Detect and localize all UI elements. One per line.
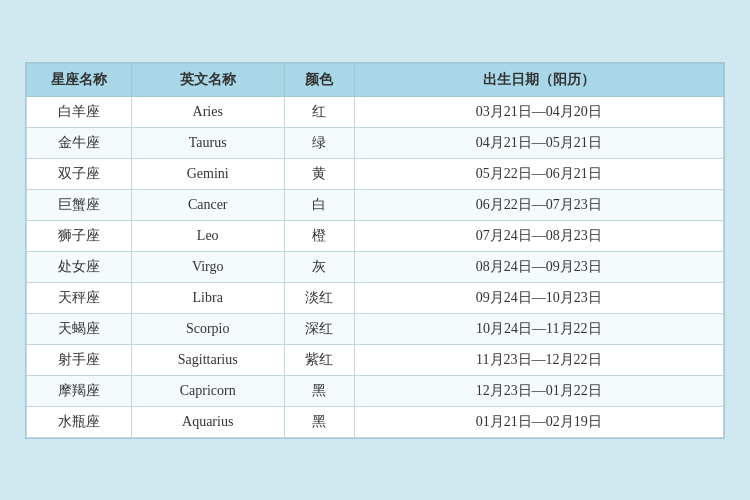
cell-color: 黄: [284, 158, 354, 189]
table-row: 白羊座Aries红03月21日—04月20日: [27, 96, 724, 127]
cell-chinese: 双子座: [27, 158, 132, 189]
header-date: 出生日期（阳历）: [354, 63, 723, 96]
cell-color: 紫红: [284, 344, 354, 375]
cell-english: Libra: [131, 282, 284, 313]
cell-date: 06月22日—07月23日: [354, 189, 723, 220]
table-row: 水瓶座Aquarius黑01月21日—02月19日: [27, 406, 724, 437]
cell-color: 黑: [284, 375, 354, 406]
cell-color: 橙: [284, 220, 354, 251]
cell-chinese: 射手座: [27, 344, 132, 375]
cell-english: Leo: [131, 220, 284, 251]
table-row: 双子座Gemini黄05月22日—06月21日: [27, 158, 724, 189]
cell-date: 07月24日—08月23日: [354, 220, 723, 251]
table-row: 处女座Virgo灰08月24日—09月23日: [27, 251, 724, 282]
zodiac-table-container: 星座名称 英文名称 颜色 出生日期（阳历） 白羊座Aries红03月21日—04…: [25, 62, 725, 439]
cell-english: Gemini: [131, 158, 284, 189]
cell-chinese: 摩羯座: [27, 375, 132, 406]
cell-date: 10月24日—11月22日: [354, 313, 723, 344]
cell-english: Aries: [131, 96, 284, 127]
cell-english: Sagittarius: [131, 344, 284, 375]
header-english: 英文名称: [131, 63, 284, 96]
cell-date: 08月24日—09月23日: [354, 251, 723, 282]
cell-date: 01月21日—02月19日: [354, 406, 723, 437]
table-body: 白羊座Aries红03月21日—04月20日金牛座Taurus绿04月21日—0…: [27, 96, 724, 437]
table-row: 天秤座Libra淡红09月24日—10月23日: [27, 282, 724, 313]
cell-chinese: 金牛座: [27, 127, 132, 158]
table-row: 巨蟹座Cancer白06月22日—07月23日: [27, 189, 724, 220]
table-row: 狮子座Leo橙07月24日—08月23日: [27, 220, 724, 251]
header-chinese: 星座名称: [27, 63, 132, 96]
zodiac-table: 星座名称 英文名称 颜色 出生日期（阳历） 白羊座Aries红03月21日—04…: [26, 63, 724, 438]
cell-color: 灰: [284, 251, 354, 282]
cell-date: 11月23日—12月22日: [354, 344, 723, 375]
cell-english: Taurus: [131, 127, 284, 158]
cell-color: 黑: [284, 406, 354, 437]
cell-chinese: 白羊座: [27, 96, 132, 127]
cell-english: Capricorn: [131, 375, 284, 406]
table-header-row: 星座名称 英文名称 颜色 出生日期（阳历）: [27, 63, 724, 96]
cell-chinese: 处女座: [27, 251, 132, 282]
cell-chinese: 天秤座: [27, 282, 132, 313]
cell-date: 05月22日—06月21日: [354, 158, 723, 189]
cell-english: Scorpio: [131, 313, 284, 344]
cell-color: 绿: [284, 127, 354, 158]
cell-color: 红: [284, 96, 354, 127]
table-row: 射手座Sagittarius紫红11月23日—12月22日: [27, 344, 724, 375]
cell-date: 12月23日—01月22日: [354, 375, 723, 406]
cell-date: 03月21日—04月20日: [354, 96, 723, 127]
cell-color: 白: [284, 189, 354, 220]
cell-color: 深红: [284, 313, 354, 344]
table-row: 金牛座Taurus绿04月21日—05月21日: [27, 127, 724, 158]
cell-date: 09月24日—10月23日: [354, 282, 723, 313]
cell-color: 淡红: [284, 282, 354, 313]
table-row: 摩羯座Capricorn黑12月23日—01月22日: [27, 375, 724, 406]
cell-chinese: 水瓶座: [27, 406, 132, 437]
cell-english: Aquarius: [131, 406, 284, 437]
cell-chinese: 狮子座: [27, 220, 132, 251]
cell-chinese: 巨蟹座: [27, 189, 132, 220]
header-color: 颜色: [284, 63, 354, 96]
cell-english: Cancer: [131, 189, 284, 220]
table-row: 天蝎座Scorpio深红10月24日—11月22日: [27, 313, 724, 344]
cell-chinese: 天蝎座: [27, 313, 132, 344]
cell-english: Virgo: [131, 251, 284, 282]
cell-date: 04月21日—05月21日: [354, 127, 723, 158]
